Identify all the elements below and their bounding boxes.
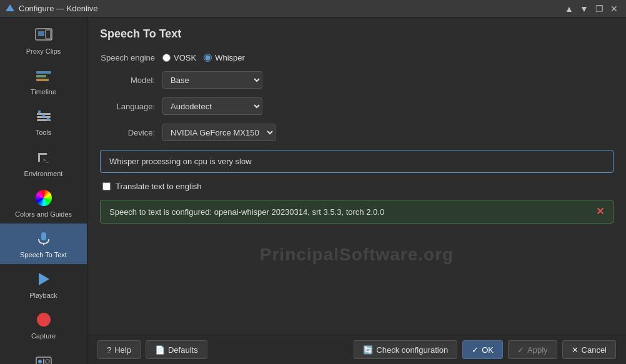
svg-rect-4	[36, 71, 51, 74]
svg-text:>_: >_	[43, 157, 49, 163]
svg-rect-10	[38, 111, 41, 114]
model-label: Model:	[100, 76, 162, 85]
vosk-radio-option[interactable]: VOSK	[162, 53, 196, 62]
vosk-radio[interactable]	[162, 54, 171, 62]
window-controls: ▲ ▼ ❐ ✕	[562, 2, 621, 16]
help-button[interactable]: ? Help	[97, 340, 141, 359]
help-icon: ?	[107, 345, 111, 355]
maximize-button[interactable]: ❐	[592, 2, 606, 16]
defaults-button[interactable]: 📄 Defaults	[146, 340, 207, 359]
warning-box: Whisper processing on cpu is very slow	[100, 150, 614, 173]
model-row: Model: Tiny Base Small Medium Large	[100, 71, 614, 89]
minimize-button[interactable]: ▲	[562, 2, 576, 16]
sidebar-item-label: Capture	[31, 332, 56, 340]
content-area: Speech To Text Speech engine VOSK Whispe…	[87, 17, 626, 364]
tools-icon	[34, 106, 54, 126]
sidebar-item-label: Speech To Text	[20, 251, 67, 259]
svg-point-20	[38, 360, 42, 363]
defaults-icon: 📄	[155, 345, 165, 355]
jogshuttle-icon	[34, 351, 54, 365]
sidebar-item-label: Playback	[29, 292, 57, 300]
sidebar-item-label: Colors and Guides	[15, 210, 72, 219]
sidebar-item-timeline[interactable]: Timeline	[0, 61, 87, 101]
page-title: Speech To Text	[100, 27, 614, 41]
svg-rect-22	[43, 359, 44, 364]
device-row: Device: CPU NVIDIA GeForce MX150	[100, 124, 614, 141]
sidebar-item-environment[interactable]: >_ Environment	[0, 142, 87, 183]
ok-icon: ✓	[472, 345, 479, 355]
svg-point-21	[46, 360, 49, 363]
defaults-label: Defaults	[168, 345, 198, 355]
whisper-label: Whisper	[215, 53, 245, 62]
speech-engine-label: Speech engine	[100, 53, 162, 62]
capture-icon	[34, 310, 54, 330]
restore-button[interactable]: ▼	[577, 2, 591, 16]
main-container: Proxy Clips Timeline	[0, 17, 626, 364]
translate-checkbox[interactable]	[102, 182, 111, 190]
svg-rect-3	[46, 30, 51, 39]
apply-label: Apply	[527, 345, 548, 355]
close-button[interactable]: ✕	[607, 2, 621, 16]
svg-marker-18	[39, 273, 49, 285]
content-body: Speech To Text Speech engine VOSK Whispe…	[87, 17, 626, 335]
language-label: Language:	[100, 102, 162, 111]
proxy-clips-icon	[34, 25, 54, 45]
ok-button[interactable]: ✓ OK	[462, 340, 503, 359]
apply-icon: ✓	[517, 345, 524, 355]
device-select[interactable]: CPU NVIDIA GeForce MX150	[162, 124, 276, 141]
help-label: Help	[114, 345, 131, 355]
sidebar-item-label: Proxy Clips	[26, 47, 61, 56]
sidebar-item-label: Tools	[36, 129, 52, 137]
whisper-radio-option[interactable]: Whisper	[204, 53, 245, 62]
apply-button[interactable]: ✓ Apply	[508, 340, 557, 359]
svg-rect-12	[47, 118, 49, 121]
success-box: Speech to text is configured: openai-whi…	[100, 200, 614, 224]
success-close-button[interactable]: ✕	[596, 207, 604, 217]
language-row: Language: Audodetect English French Germ…	[100, 97, 614, 115]
svg-rect-11	[42, 114, 45, 117]
timeline-icon	[34, 66, 54, 86]
bottom-left-buttons: ? Help 📄 Defaults	[97, 340, 207, 359]
device-label: Device:	[100, 128, 162, 137]
svg-rect-5	[36, 75, 46, 77]
model-select[interactable]: Tiny Base Small Medium Large	[162, 71, 262, 89]
titlebar-left: Configure — Kdenlive	[5, 4, 97, 14]
svg-rect-2	[38, 31, 44, 36]
cancel-icon: ✕	[572, 345, 579, 355]
speech-to-text-icon	[34, 229, 54, 248]
bottom-right-buttons: 🔄 Check configuration ✓ OK ✓ Apply ✕ Can…	[354, 340, 616, 359]
success-message: Speech to text is configured: openai-whi…	[109, 207, 384, 217]
check-configuration-label: Check configuration	[376, 345, 448, 355]
sidebar-item-jogshuttle[interactable]: JogShuttle	[0, 346, 87, 365]
translate-row: Translate text to english	[100, 182, 614, 191]
cancel-label: Cancel	[582, 345, 607, 355]
sidebar-item-capture[interactable]: Capture	[0, 305, 87, 345]
svg-rect-6	[36, 79, 49, 81]
sidebar-item-playback[interactable]: Playback	[0, 264, 87, 305]
translate-label: Translate text to english	[116, 182, 202, 191]
check-configuration-button[interactable]: 🔄 Check configuration	[354, 340, 457, 359]
cancel-button[interactable]: ✕ Cancel	[562, 340, 616, 359]
check-icon: 🔄	[363, 345, 373, 355]
svg-marker-0	[6, 4, 14, 11]
svg-rect-16	[41, 232, 46, 240]
environment-icon: >_	[34, 147, 54, 167]
watermark: PrincipalSoftware.org	[100, 232, 614, 277]
sidebar-item-speech-to-text[interactable]: Speech To Text	[0, 224, 87, 264]
titlebar: Configure — Kdenlive ▲ ▼ ❐ ✕	[0, 0, 626, 17]
sidebar-item-colors-and-guides[interactable]: Colors and Guides	[0, 183, 87, 224]
bottom-bar: ? Help 📄 Defaults 🔄 Check configuration …	[87, 335, 626, 364]
svg-rect-14	[38, 153, 47, 155]
sidebar-item-proxy-clips[interactable]: Proxy Clips	[0, 20, 87, 61]
playback-icon	[34, 269, 54, 289]
colors-icon	[34, 188, 54, 208]
window-title: Configure — Kdenlive	[19, 4, 97, 13]
sidebar-item-label: Environment	[24, 170, 63, 178]
sidebar-item-tools[interactable]: Tools	[0, 101, 87, 142]
language-select[interactable]: Audodetect English French German Spanish	[162, 97, 262, 115]
app-icon	[5, 4, 15, 14]
speech-engine-row: Speech engine VOSK Whisper	[100, 53, 614, 62]
whisper-radio[interactable]	[204, 54, 212, 62]
speech-engine-radio-group: VOSK Whisper	[162, 53, 245, 62]
ok-label: OK	[482, 345, 494, 355]
